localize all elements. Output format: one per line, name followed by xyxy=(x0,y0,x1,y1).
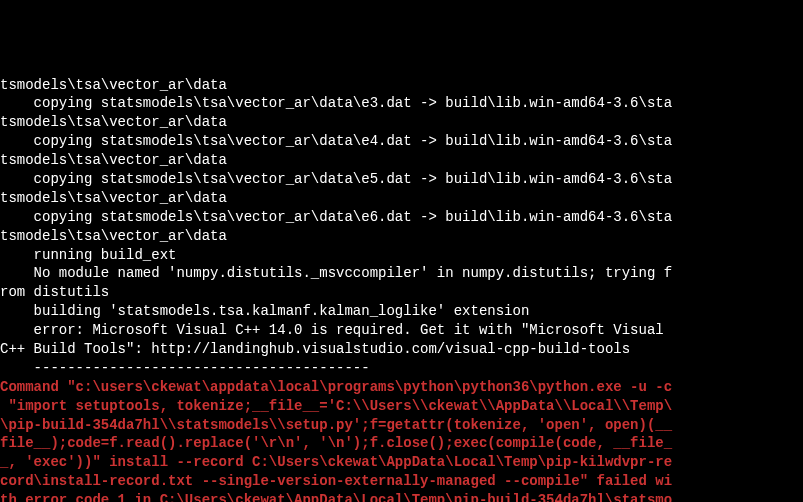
terminal-line: running build_ext xyxy=(0,246,803,265)
terminal-error-line: file__);code=f.read().replace('\r\n', '\… xyxy=(0,434,803,453)
terminal-line: copying statsmodels\tsa\vector_ar\data\e… xyxy=(0,170,803,189)
terminal-error-line: Command "c:\users\ckewat\appdata\local\p… xyxy=(0,378,803,397)
terminal-output: tsmodels\tsa\vector_ar\data copying stat… xyxy=(0,76,803,502)
terminal-line: tsmodels\tsa\vector_ar\data xyxy=(0,76,803,95)
terminal-line: rom distutils xyxy=(0,283,803,302)
terminal-line: ---------------------------------------- xyxy=(0,359,803,378)
terminal-error-line: _, 'exec'))" install --record C:\Users\c… xyxy=(0,453,803,472)
terminal-line: tsmodels\tsa\vector_ar\data xyxy=(0,151,803,170)
terminal-error-line: cord\install-record.txt --single-version… xyxy=(0,472,803,491)
terminal-line: C++ Build Tools": http://landinghub.visu… xyxy=(0,340,803,359)
terminal-line: tsmodels\tsa\vector_ar\data xyxy=(0,227,803,246)
terminal-line: No module named 'numpy.distutils._msvcco… xyxy=(0,264,803,283)
terminal-error-line: \pip-build-354da7hl\\statsmodels\\setup.… xyxy=(0,416,803,435)
terminal-line: copying statsmodels\tsa\vector_ar\data\e… xyxy=(0,208,803,227)
terminal-line: building 'statsmodels.tsa.kalmanf.kalman… xyxy=(0,302,803,321)
terminal-line: copying statsmodels\tsa\vector_ar\data\e… xyxy=(0,94,803,113)
terminal-error-line: th error code 1 in C:\Users\ckewat\AppDa… xyxy=(0,491,803,502)
terminal-error-line: "import setuptools, tokenize;__file__='C… xyxy=(0,397,803,416)
terminal-line: tsmodels\tsa\vector_ar\data xyxy=(0,113,803,132)
terminal-line: copying statsmodels\tsa\vector_ar\data\e… xyxy=(0,132,803,151)
terminal-line: error: Microsoft Visual C++ 14.0 is requ… xyxy=(0,321,803,340)
terminal-line: tsmodels\tsa\vector_ar\data xyxy=(0,189,803,208)
